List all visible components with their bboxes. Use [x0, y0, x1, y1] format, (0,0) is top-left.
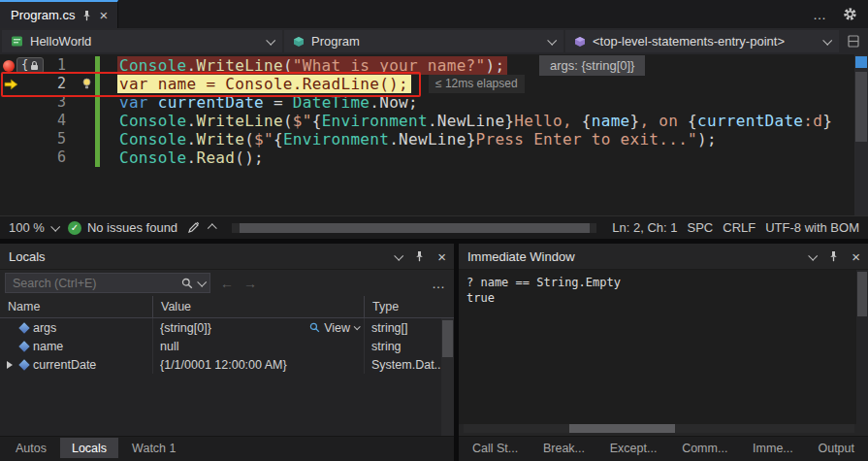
tab-command[interactable]: Comm... [680, 438, 729, 458]
pin-icon[interactable] [81, 10, 92, 21]
issues-label: No issues found [87, 220, 177, 235]
scrollbar-thumb[interactable] [442, 320, 453, 357]
tab-immediate[interactable]: Imme... [751, 438, 795, 458]
locals-header[interactable]: Locals × [0, 244, 454, 270]
code-text[interactable]: Console.Write($"{Environment.NewLine}Pre… [99, 130, 720, 148]
variable-value: {string[0]} [160, 321, 305, 335]
spaces-indicator[interactable]: SPC [688, 220, 714, 235]
tab-autos[interactable]: Autos [4, 438, 58, 458]
scrollbar-caret-marker [855, 56, 867, 68]
perf-tip[interactable]: ≤ 12ms elapsed [429, 75, 525, 93]
tab-breakpoints[interactable]: Break... [541, 438, 587, 458]
table-row[interactable]: currentDate {1/1/0001 12:00:00 AM} Syste… [0, 355, 454, 374]
tab-overflow-icon[interactable]: … [813, 7, 827, 22]
code-line[interactable]: 4 Console.WriteLine($"{Environment.NewLi… [0, 112, 868, 130]
line-number: 2 [43, 75, 66, 93]
gear-icon[interactable] [843, 7, 857, 21]
code-line[interactable]: 2 var name = Console.ReadLine();≤ 12ms e… [0, 75, 868, 93]
code-text[interactable]: Console.WriteLine($"{Environment.NewLine… [99, 112, 835, 130]
line-ending-indicator[interactable]: CRLF [723, 220, 755, 235]
search-box[interactable] [5, 273, 210, 293]
window-position-icon[interactable] [394, 250, 403, 260]
editor-vertical-scrollbar[interactable] [854, 54, 868, 215]
code-line[interactable]: 3 var currentDate = DateTime.Now; [0, 93, 868, 112]
window-position-icon[interactable] [808, 250, 818, 260]
chevron-down-icon [547, 36, 557, 46]
column-header-value[interactable]: Value [153, 296, 365, 317]
breakpoint-line-highlight[interactable]: Console.WriteLine("What is your name?"); [117, 56, 507, 75]
back-arrow-icon[interactable]: ← [220, 276, 234, 291]
project-dropdown[interactable]: HelloWorld [2, 30, 282, 52]
code-line[interactable]: 6 Console.Read(); [0, 148, 868, 167]
tab-exceptions[interactable]: Except... [608, 438, 659, 458]
close-icon[interactable]: × [437, 249, 446, 264]
immediate-header[interactable]: Immediate Window × [459, 244, 868, 270]
code-text[interactable]: Console.Read(); [99, 148, 267, 167]
cursor-position[interactable]: Ln: 2, Ch: 1 [612, 220, 677, 235]
scrollbar-thumb[interactable] [855, 72, 867, 142]
zoom-control[interactable]: 100 % [9, 220, 58, 235]
variable-icon [18, 341, 29, 351]
issues-indicator[interactable]: ✓ No issues found [68, 220, 177, 235]
pin-icon[interactable] [828, 250, 839, 262]
chevron-down-icon[interactable] [197, 278, 207, 287]
member-dropdown[interactable]: <top-level-statements-entry-point> [565, 30, 839, 52]
line-number: 5 [43, 130, 66, 148]
close-tab-icon[interactable]: × [99, 8, 108, 22]
tab-watch-1[interactable]: Watch 1 [120, 438, 187, 458]
lightbulb-icon[interactable] [81, 78, 92, 90]
datatip-args[interactable]: args: {string[0]} [539, 55, 645, 76]
chevron-up-icon[interactable] [208, 223, 217, 233]
immediate-tab-strip: Call St... Break... Except... Comm... Im… [459, 436, 868, 461]
editor-horizontal-scrollbar[interactable] [232, 223, 596, 233]
brace-lock-indicator: { [16, 57, 44, 74]
search-icon[interactable] [181, 278, 193, 289]
table-row[interactable]: args {string[0]} View string[] [0, 318, 454, 337]
immediate-horizontal-scrollbar[interactable] [464, 424, 854, 433]
code-text[interactable]: Console.WriteLine("What is your name?"); [99, 56, 507, 75]
breakpoint-margin[interactable]: { [0, 56, 43, 75]
toolbar-overflow-icon[interactable]: … [432, 276, 446, 291]
column-header-type[interactable]: Type [365, 296, 454, 317]
pin-icon[interactable] [414, 250, 425, 262]
expand-arrow-icon[interactable] [4, 361, 16, 369]
change-tracking-margin [66, 56, 99, 75]
type-dropdown[interactable]: Program [284, 30, 563, 52]
split-window-icon[interactable] [841, 30, 866, 52]
code-editor[interactable]: { 1 Console.WriteLine("What is your name… [0, 54, 868, 215]
immediate-input-area[interactable]: ? name == String.Empty true [459, 270, 868, 424]
code-line[interactable]: 5 Console.Write($"{Environment.NewLine}P… [0, 130, 868, 148]
code-text[interactable]: var currentDate = DateTime.Now; [99, 93, 421, 112]
line-number: 3 [43, 93, 66, 112]
locals-vertical-scrollbar[interactable] [441, 318, 454, 436]
column-header-name[interactable]: Name [0, 296, 153, 317]
tab-call-stack[interactable]: Call St... [470, 438, 520, 458]
current-statement-highlight[interactable]: var name = Console.ReadLine(); [117, 75, 411, 93]
variable-value: null [160, 340, 359, 353]
tab-program-cs[interactable]: Program.cs × [0, 0, 118, 28]
scrollbar-thumb[interactable] [569, 424, 675, 433]
code-text[interactable]: var name = Console.ReadLine();≤ 12ms ela… [99, 75, 525, 93]
breakpoint-margin[interactable] [0, 112, 43, 130]
breakpoint-margin[interactable] [0, 93, 43, 112]
table-row[interactable]: name null string [0, 337, 454, 355]
code-line[interactable]: { 1 Console.WriteLine("What is your name… [0, 56, 868, 75]
code-cleanup-icon[interactable] [187, 221, 200, 234]
breakpoint-margin[interactable] [0, 75, 43, 93]
immediate-vertical-scrollbar[interactable] [856, 270, 868, 424]
breakpoint-margin[interactable] [0, 148, 43, 167]
forward-arrow-icon[interactable]: → [243, 276, 257, 291]
breakpoint-icon[interactable] [3, 60, 15, 72]
scrollbar-thumb[interactable] [240, 223, 590, 233]
search-input[interactable] [13, 277, 177, 290]
view-link[interactable]: View [309, 321, 359, 335]
locals-panel: Locals × ← → … Name [0, 244, 454, 461]
tab-locals[interactable]: Locals [60, 438, 118, 458]
member-name: <top-level-statements-entry-point> [593, 34, 785, 49]
breakpoint-margin[interactable] [0, 130, 43, 148]
close-icon[interactable]: × [852, 249, 860, 264]
encoding-indicator[interactable]: UTF-8 with BOM [765, 220, 859, 235]
tab-output[interactable]: Output [816, 438, 856, 458]
scrollbar-thumb[interactable] [857, 272, 867, 316]
check-icon: ✓ [68, 221, 81, 235]
